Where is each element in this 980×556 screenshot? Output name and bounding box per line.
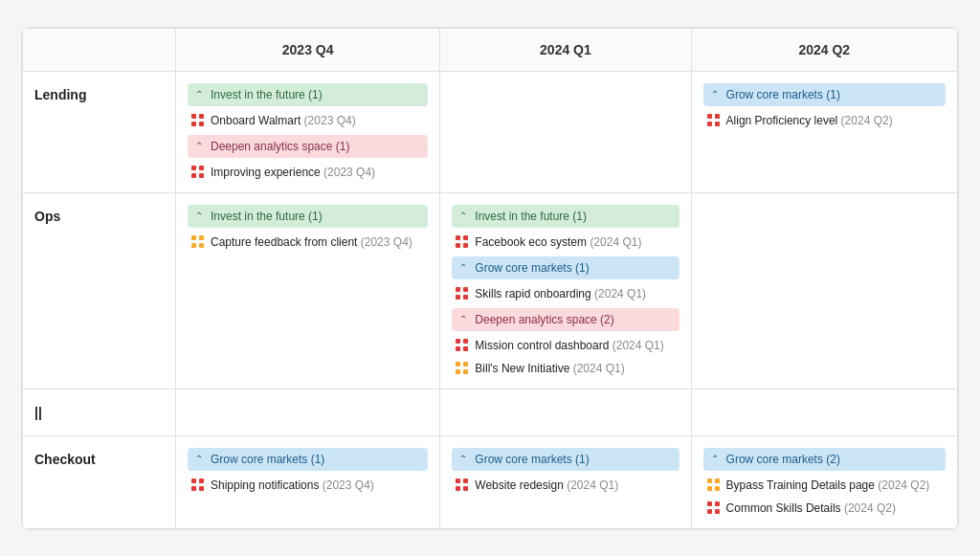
initiative-row[interactable]: Capture feedback from client (2023 Q4) xyxy=(188,234,428,251)
initiative-date: (2024 Q1) xyxy=(573,362,625,375)
initiative-name: Capture feedback from client xyxy=(211,235,357,249)
initiative-icon xyxy=(456,362,469,375)
initiative-row[interactable]: Improving experience (2023 Q4) xyxy=(188,164,428,181)
initiative-row[interactable]: Mission control dashboard (2024 Q1) xyxy=(452,337,679,354)
theme-label: Grow core markets (1) xyxy=(211,453,324,466)
initiative-row[interactable]: Shipping notifications (2023 Q4) xyxy=(188,477,428,494)
initiative-name: Website redesign xyxy=(475,478,564,492)
initiative-icon xyxy=(191,114,205,127)
theme-label: Grow core markets (1) xyxy=(475,453,589,466)
header-q2: 2024 Q2 xyxy=(691,28,957,71)
initiative-name: Shipping notifications xyxy=(211,478,319,492)
row-label: Ops xyxy=(23,192,176,389)
header-q1: 2024 Q1 xyxy=(440,28,691,71)
theme-tag[interactable]: ⌃ Invest in the future (1) xyxy=(452,205,679,228)
header-label-col xyxy=(23,28,176,71)
cell-content: ⌃ Grow core markets (1) Website redesign… xyxy=(452,448,679,494)
initiative-row[interactable]: Website redesign (2024 Q1) xyxy=(452,477,679,494)
theme-tag[interactable]: ⌃ Grow core markets (1) xyxy=(703,83,946,106)
initiative-row[interactable]: Bill's New Initiative (2024 Q1) xyxy=(452,360,679,377)
chevron-icon: ⌃ xyxy=(459,211,467,221)
initiative-icon xyxy=(191,235,205,249)
theme-tag[interactable]: ⌃ Grow core markets (1) xyxy=(188,448,428,471)
initiative-date: (2024 Q2) xyxy=(841,114,893,127)
initiative-row[interactable]: Skills rapid onboarding (2024 Q1) xyxy=(452,285,679,302)
chevron-icon: ⌃ xyxy=(459,314,467,324)
initiative-row[interactable]: Bypass Training Details page (2024 Q2) xyxy=(703,477,946,494)
initiative-text: Bypass Training Details page (2024 Q2) xyxy=(726,478,930,492)
theme-label: Deepen analytics space (1) xyxy=(211,140,349,153)
main-container: 2023 Q4 2024 Q1 2024 Q2 Lending ⌃ Invest… xyxy=(21,27,959,530)
empty-cell xyxy=(440,389,691,435)
initiative-text: Bill's New Initiative (2024 Q1) xyxy=(475,362,624,375)
theme-tag[interactable]: ⌃ Grow core markets (2) xyxy=(703,448,946,471)
chevron-icon: ⌃ xyxy=(459,262,467,273)
initiative-text: Shipping notifications (2023 Q4) xyxy=(211,478,374,492)
initiative-row[interactable]: Facebook eco system (2024 Q1) xyxy=(452,234,679,251)
initiative-text: Facebook eco system (2024 Q1) xyxy=(475,235,641,249)
initiative-text: Onboard Walmart (2023 Q4) xyxy=(211,114,356,127)
initiative-icon xyxy=(456,235,469,249)
initiative-icon xyxy=(707,501,721,515)
initiative-text: Mission control dashboard (2024 Q1) xyxy=(475,339,663,352)
theme-label: Invest in the future (1) xyxy=(475,210,587,223)
theme-tag[interactable]: ⌃ Invest in the future (1) xyxy=(188,205,428,228)
theme-label: Grow core markets (2) xyxy=(726,453,840,466)
table-row: Checkout ⌃ Grow core markets (1) Shippin… xyxy=(23,435,958,528)
cell-content: ⌃ Grow core markets (1) Shipping notific… xyxy=(188,448,428,494)
initiative-text: Common Skills Details (2024 Q2) xyxy=(726,501,896,515)
row-label: || xyxy=(23,389,176,435)
chevron-icon: ⌃ xyxy=(195,211,203,221)
initiative-row[interactable]: Common Skills Details (2024 Q2) xyxy=(703,500,946,517)
initiative-text: Capture feedback from client (2023 Q4) xyxy=(211,235,412,249)
initiative-row[interactable]: Onboard Walmart (2023 Q4) xyxy=(188,112,428,129)
cell-content: ⌃ Grow core markets (2) Bypass Training … xyxy=(703,448,946,517)
cell: ⌃ Invest in the future (1) Onboard Walma… xyxy=(176,71,440,192)
initiative-icon xyxy=(456,287,469,300)
cell: ⌃ Grow core markets (1) Shipping notific… xyxy=(176,435,440,528)
initiative-name: Bill's New Initiative xyxy=(475,362,569,375)
cell: ⌃ Grow core markets (1) Align Proficienc… xyxy=(691,71,957,192)
chevron-icon: ⌃ xyxy=(195,141,203,151)
cell: ⌃ Invest in the future (1) Capture feedb… xyxy=(176,192,440,389)
initiative-icon xyxy=(707,478,721,492)
cell: ⌃ Invest in the future (1) Facebook eco … xyxy=(440,192,691,389)
initiative-icon xyxy=(456,339,469,352)
table-row: || xyxy=(23,389,958,435)
roadmap-table: 2023 Q4 2024 Q1 2024 Q2 Lending ⌃ Invest… xyxy=(22,28,958,529)
initiative-date: (2024 Q2) xyxy=(844,501,896,515)
initiative-text: Align Proficiency level (2024 Q2) xyxy=(726,114,893,127)
row-label: Checkout xyxy=(23,435,176,528)
cell: ⌃ Grow core markets (2) Bypass Training … xyxy=(691,435,957,528)
initiative-name: Improving experience xyxy=(211,166,321,179)
initiative-date: (2023 Q4) xyxy=(361,235,412,249)
theme-tag[interactable]: ⌃ Invest in the future (1) xyxy=(188,83,428,106)
initiative-date: (2023 Q4) xyxy=(323,166,375,179)
chevron-icon: ⌃ xyxy=(195,89,203,100)
initiative-date: (2024 Q1) xyxy=(612,339,664,352)
initiative-icon xyxy=(191,166,205,179)
empty-cell xyxy=(440,71,691,192)
cell-content: ⌃ Invest in the future (1) Facebook eco … xyxy=(452,205,679,377)
initiative-icon xyxy=(456,478,469,492)
theme-tag[interactable]: ⌃ Grow core markets (1) xyxy=(452,256,679,279)
initiative-name: Align Proficiency level xyxy=(726,114,838,127)
initiative-name: Bypass Training Details page xyxy=(726,478,875,492)
theme-label: Grow core markets (1) xyxy=(726,88,840,101)
table-row: Ops ⌃ Invest in the future (1) Capture f… xyxy=(23,192,958,389)
theme-tag[interactable]: ⌃ Grow core markets (1) xyxy=(452,448,679,471)
theme-tag[interactable]: ⌃ Deepen analytics space (1) xyxy=(188,135,428,158)
initiative-text: Skills rapid onboarding (2024 Q1) xyxy=(475,287,646,300)
theme-tag[interactable]: ⌃ Deepen analytics space (2) xyxy=(452,308,679,331)
initiative-text: Website redesign (2024 Q1) xyxy=(475,478,618,492)
initiative-icon xyxy=(191,478,205,492)
empty-cell xyxy=(691,389,957,435)
initiative-icon xyxy=(707,114,721,127)
theme-label: Invest in the future (1) xyxy=(211,88,323,101)
cell-content: ⌃ Invest in the future (1) Capture feedb… xyxy=(188,205,428,251)
table-row: Lending ⌃ Invest in the future (1) Onboa… xyxy=(23,71,958,192)
initiative-date: (2024 Q1) xyxy=(567,478,618,492)
initiative-row[interactable]: Align Proficiency level (2024 Q2) xyxy=(703,112,946,129)
initiative-date: (2024 Q1) xyxy=(590,235,641,249)
initiative-date: (2024 Q2) xyxy=(878,478,929,492)
